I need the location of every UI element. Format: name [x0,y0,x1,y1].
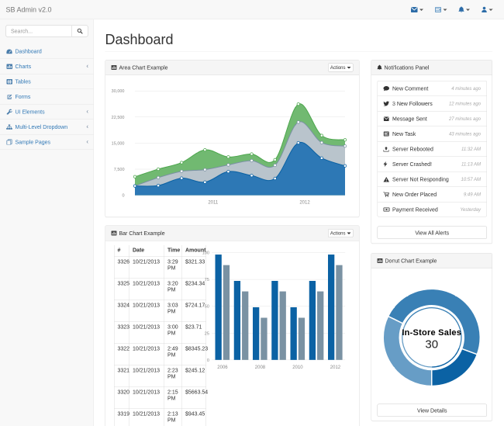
svg-text:30,000: 30,000 [112,88,125,93]
svg-text:100: 100 [202,251,209,255]
svg-text:50: 50 [205,304,209,309]
svg-text:25: 25 [205,331,209,335]
svg-text:In-Store Sales: In-Store Sales [402,327,461,337]
svg-text:2006: 2006 [217,365,228,369]
svg-text:7,500: 7,500 [114,167,125,171]
svg-text:0: 0 [122,193,124,198]
svg-text:2012: 2012 [299,200,310,205]
svg-text:22,500: 22,500 [112,115,125,119]
svg-text:0: 0 [207,358,209,362]
svg-text:2010: 2010 [292,365,303,369]
svg-text:30: 30 [425,338,438,351]
svg-text:15,000: 15,000 [112,140,125,145]
svg-text:2008: 2008 [255,365,266,369]
svg-text:2012: 2012 [330,365,341,369]
svg-text:2011: 2011 [208,200,219,205]
svg-text:75: 75 [205,277,209,282]
